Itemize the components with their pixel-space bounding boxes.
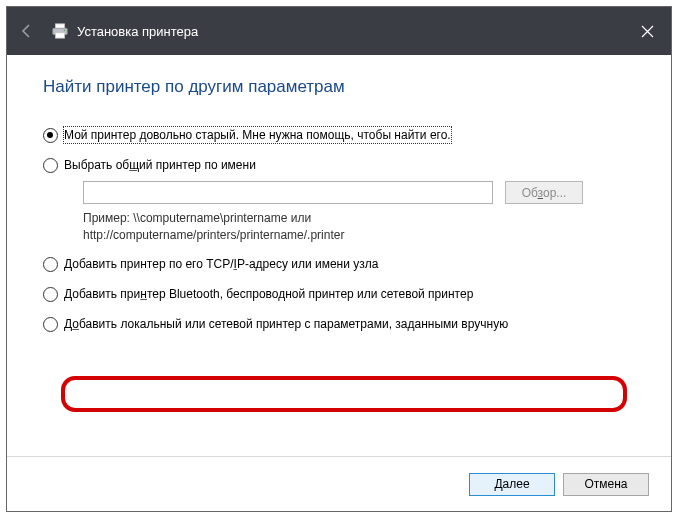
radio-icon: [43, 257, 58, 272]
printer-icon: [51, 23, 69, 39]
svg-point-3: [64, 30, 66, 32]
close-button[interactable]: [623, 7, 671, 55]
arrow-left-icon: [18, 22, 36, 40]
option-label: Мой принтер довольно старый. Мне нужна п…: [64, 127, 451, 143]
svg-rect-2: [56, 33, 65, 38]
annotation-highlight: [61, 376, 627, 412]
back-button[interactable]: [7, 7, 47, 55]
option-bluetooth[interactable]: Добавить принтер Bluetooth, беспроводной…: [43, 286, 635, 302]
radio-icon: [43, 317, 58, 332]
browse-button: Обзор...: [505, 181, 583, 204]
option-label: Добавить принтер Bluetooth, беспроводной…: [64, 286, 473, 302]
footer: Далее Отмена: [7, 456, 671, 511]
close-icon: [641, 25, 654, 38]
radio-icon: [43, 158, 58, 173]
window-title: Установка принтера: [77, 24, 198, 39]
page-heading: Найти принтер по другим параметрам: [43, 77, 635, 97]
option-label: Выбрать общий принтер по имени: [64, 157, 256, 173]
shared-path-input[interactable]: [83, 181, 493, 204]
cancel-button[interactable]: Отмена: [563, 473, 649, 496]
content-area: Найти принтер по другим параметрам Мой п…: [7, 55, 671, 456]
svg-rect-0: [56, 24, 65, 28]
radio-icon: [43, 287, 58, 302]
shared-name-block: Обзор... Пример: \\computername\printern…: [83, 181, 635, 244]
option-shared-by-name[interactable]: Выбрать общий принтер по имени: [43, 157, 635, 173]
next-button[interactable]: Далее: [469, 473, 555, 496]
titlebar: Установка принтера: [7, 7, 671, 55]
option-label: Добавить локальный или сетевой принтер с…: [64, 316, 508, 332]
option-local-or-network-manual[interactable]: Добавить локальный или сетевой принтер с…: [43, 316, 635, 332]
example-text: Пример: \\computername\printername или h…: [83, 210, 635, 244]
radio-icon: [43, 128, 58, 143]
option-old-printer[interactable]: Мой принтер довольно старый. Мне нужна п…: [43, 127, 635, 143]
wizard-window: Установка принтера Найти принтер по друг…: [6, 6, 672, 512]
option-tcpip[interactable]: Добавить принтер по его TCP/IP-адресу ил…: [43, 256, 635, 272]
option-label: Добавить принтер по его TCP/IP-адресу ил…: [64, 256, 378, 272]
